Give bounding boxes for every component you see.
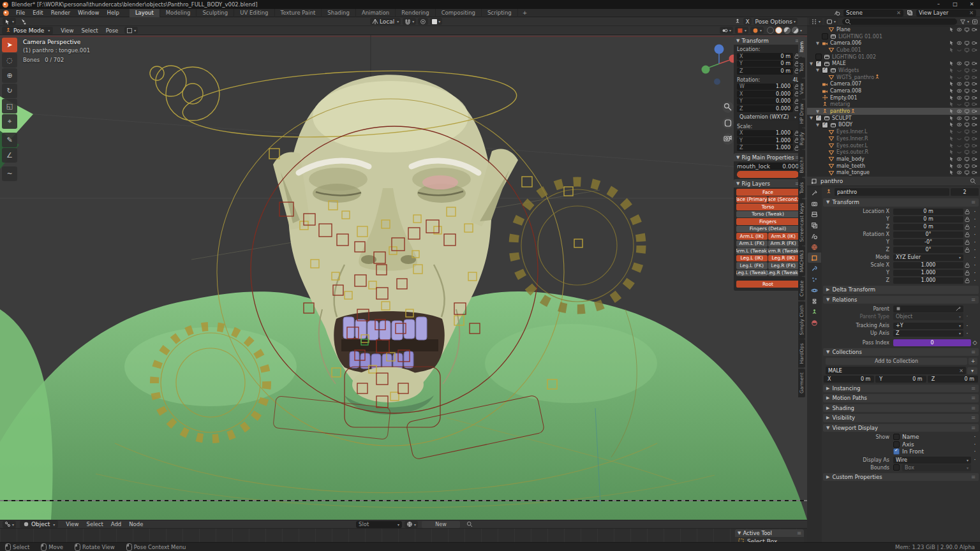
collection-offset-x[interactable]: X0 m: [824, 376, 874, 383]
shader-type-selector[interactable]: Object▾: [20, 520, 58, 528]
display-as-dropdown[interactable]: Wire▾: [893, 457, 971, 464]
rig-layer-leg-r-fk-[interactable]: Leg.R (FK): [768, 262, 799, 269]
workspace-tab-layout[interactable]: Layout: [130, 9, 160, 17]
transform-options-button[interactable]: ▾: [124, 27, 138, 34]
row-toggles[interactable]: [949, 75, 980, 80]
browse-material-button[interactable]: ▾: [405, 521, 418, 528]
transform-field[interactable]: -0°: [893, 239, 963, 246]
rig-main-panel-header[interactable]: ▼Rig Main Properties≡: [734, 153, 802, 161]
up-axis-dropdown[interactable]: Z▾: [893, 330, 963, 337]
row-toggles[interactable]: [949, 40, 980, 46]
cursor-tool-icon[interactable]: [20, 18, 27, 25]
npanel-tab-hardops[interactable]: HardOps: [798, 339, 805, 368]
workspace-tab-uv-editing[interactable]: UV Editing: [234, 9, 274, 17]
menu-help[interactable]: Help: [103, 10, 122, 16]
workspace-tab-texture-paint[interactable]: Texture Paint: [275, 9, 322, 17]
active-tool-header[interactable]: ▼Active Tool≡: [735, 529, 804, 537]
collection-name-field[interactable]: MALE ✕: [826, 367, 966, 374]
transform-panel-header[interactable]: ▼Transform≡: [823, 198, 979, 207]
npanel-tab-machin3[interactable]: MACHIN3: [798, 246, 805, 276]
users-count-badge[interactable]: 2: [951, 188, 979, 196]
proportional-editing-toggle[interactable]: [418, 18, 428, 25]
npanel-tab-item[interactable]: Item: [798, 36, 805, 57]
scale-field-z[interactable]: Z1.000: [737, 145, 793, 152]
show-gizmo-toggle[interactable]: ▾: [720, 27, 733, 34]
orientation-selector[interactable]: Local▾: [370, 18, 401, 25]
in front-checkbox[interactable]: [893, 448, 900, 455]
properties-tab-output[interactable]: [808, 209, 821, 219]
name-checkbox[interactable]: [893, 434, 900, 440]
outliner-item-panthro[interactable]: ▼panthro: [807, 108, 980, 115]
rig-layer-arm-l-fk-[interactable]: Arm.L (FK): [736, 240, 768, 247]
active-tool-button[interactable]: ▾: [3, 18, 16, 25]
outliner-item-camera-006[interactable]: ▼Camera.006: [807, 40, 980, 47]
row-toggles[interactable]: [949, 101, 980, 107]
tool-select-circle[interactable]: ◌: [2, 53, 17, 68]
location-field-x[interactable]: X0 m: [737, 53, 793, 60]
shader-menu-view[interactable]: View: [62, 521, 82, 527]
viewport-menu-view[interactable]: View: [57, 27, 77, 34]
viewport-canvas[interactable]: ➤◌⊕↻◱⌖✎∠~ Camera Perspective (1) panthro…: [0, 35, 807, 520]
parent-field[interactable]: [893, 305, 963, 312]
outliner-item-lighting-01-002[interactable]: LIGHTING 01.002: [807, 54, 980, 61]
outliner-item-camera-008[interactable]: Camera.008: [807, 87, 980, 94]
scale-field[interactable]: 1.000: [893, 277, 963, 284]
tool-annotate[interactable]: ✎: [2, 133, 17, 147]
pose-options-button[interactable]: Pose Options▾: [754, 18, 798, 25]
rig-layer-leg-l-tweak-[interactable]: Leg.L (Tweak): [736, 270, 768, 277]
scale-field-y[interactable]: Y1.000: [737, 137, 793, 144]
properties-tab-modifiers[interactable]: [808, 263, 821, 274]
npanel-tab-garment[interactable]: Garment: [798, 369, 805, 397]
maximize-button[interactable]: □: [947, 0, 963, 9]
transform-field[interactable]: 0°: [893, 231, 963, 239]
menu-edit[interactable]: Edit: [29, 10, 47, 16]
snap-toggle[interactable]: ▾: [403, 18, 416, 25]
new-collection-button[interactable]: +: [969, 358, 977, 365]
row-toggles[interactable]: [949, 47, 980, 53]
rig-layer-leg-r-ik-[interactable]: Leg.R (IK): [768, 255, 799, 262]
rig-layer-face[interactable]: Face: [736, 189, 799, 196]
scale-field[interactable]: 1.000: [893, 262, 963, 269]
minimize-button[interactable]: –: [930, 0, 947, 9]
rig-layer-arm-r-fk-[interactable]: Arm.R (FK): [768, 240, 799, 247]
rig-layer-leg-l-fk-[interactable]: Leg.L (FK): [736, 262, 768, 269]
outliner-item-camera-007[interactable]: Camera.007: [807, 81, 980, 88]
rig-layer-arm-r-ik-[interactable]: Arm.R (IK): [768, 233, 799, 240]
show-overlays-toggle[interactable]: ▾: [735, 27, 748, 34]
properties-tab-object[interactable]: [808, 253, 821, 263]
npanel-tab-screencast-keys[interactable]: Screencast Keys: [798, 199, 805, 246]
rig-layer-root[interactable]: Root: [736, 281, 799, 288]
row-toggles[interactable]: [949, 61, 980, 66]
animate-dot-icon[interactable]: ·: [971, 254, 979, 261]
rig-layer-face-second-[interactable]: Face (Second...: [768, 196, 799, 203]
collection-checkbox[interactable]: [815, 115, 822, 121]
properties-search-icon[interactable]: [970, 178, 976, 184]
outliner-item-eyes-inner-r[interactable]: Eyes.Inner.R: [807, 135, 980, 142]
tool-pose-curve[interactable]: ~: [2, 166, 17, 181]
row-toggles[interactable]: [949, 143, 980, 149]
bounds-checkbox[interactable]: [893, 464, 900, 471]
outliner-display-mode-button[interactable]: ▾: [824, 18, 838, 25]
row-toggles[interactable]: [949, 95, 980, 101]
workspace-tab-modeling[interactable]: Modeling: [160, 9, 197, 17]
view-layer-selector[interactable]: View Layer✕: [916, 10, 976, 17]
workspace-tab-animation[interactable]: Animation: [356, 9, 396, 17]
collection-checkbox[interactable]: [822, 67, 828, 73]
npanel-tab-rigify[interactable]: Rigify: [798, 128, 805, 149]
editor-type-button[interactable]: ▾: [3, 521, 16, 528]
row-toggles[interactable]: [949, 156, 980, 162]
add-workspace-button[interactable]: +: [518, 9, 532, 17]
properties-tab-constraints[interactable]: [808, 296, 821, 306]
shader-editor-canvas[interactable]: ▼Active Tool≡ Select Box: [0, 529, 807, 542]
row-toggles[interactable]: [949, 81, 980, 87]
rig-layer-fingers-detail-[interactable]: Fingers (Detail): [736, 226, 799, 233]
add-to-collection-button[interactable]: Add to Collection: [826, 358, 967, 365]
collection-checkbox[interactable]: [815, 61, 822, 67]
tool-measure[interactable]: ∠: [2, 148, 17, 163]
pivot-point-selector[interactable]: ▾: [430, 18, 442, 25]
properties-tab-data[interactable]: [808, 307, 821, 317]
rotation-field-z[interactable]: Z0.000: [737, 105, 793, 112]
transform-field[interactable]: 0°: [893, 247, 963, 254]
collection-checkbox[interactable]: [815, 54, 822, 60]
outliner-item-metarig[interactable]: metarig: [807, 101, 980, 108]
